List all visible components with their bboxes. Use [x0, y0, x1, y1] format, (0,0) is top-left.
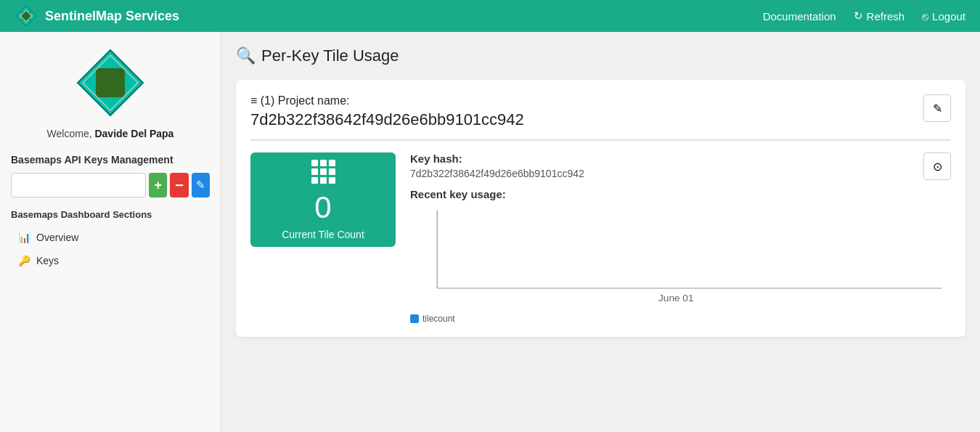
grid-dot: [311, 160, 318, 166]
key-hash-section: Key hash: 7d2b322f38642f49d26e6bb9101cc9…: [410, 152, 584, 188]
project-header: ≡ (1) Project name: 7d2b322f38642f49d26e…: [250, 94, 951, 141]
key-hash-label: Key hash:: [410, 152, 584, 165]
remove-key-button[interactable]: −: [170, 173, 188, 197]
key-info: Key hash: 7d2b322f38642f49d26e6bb9101cc9…: [410, 152, 951, 322]
sidebar-logo: [74, 46, 147, 119]
navbar-brand: SentinelMap Services: [15, 4, 763, 28]
brand-logo: [15, 4, 38, 28]
grid-dot: [320, 160, 327, 166]
logout-icon: ⎋: [922, 10, 928, 23]
key-info-header: Key hash: 7d2b322f38642f49d26e6bb9101cc9…: [410, 152, 951, 188]
key-hash-value: 7d2b322f38642f49d26e6bb9101cc942: [410, 168, 584, 179]
edit-icon: ✎: [933, 102, 942, 115]
sidebar-item-keys-label: Keys: [36, 255, 59, 266]
grid-dot: [311, 168, 318, 175]
tile-count-label: Current Tile Count: [282, 229, 364, 240]
grid-dot: [320, 168, 327, 175]
refresh-icon: ↻: [854, 9, 863, 23]
key-search-icon: 🔍: [236, 46, 256, 65]
key-input[interactable]: [11, 173, 146, 197]
navbar: SentinelMap Services Documentation ↻ Ref…: [0, 0, 980, 32]
legend-color-tilecount: [410, 314, 419, 323]
grid-icon: [311, 160, 335, 184]
tile-count-value: 0: [314, 192, 331, 223]
edit-key-button[interactable]: ✎: [192, 173, 210, 197]
grid-dot: [320, 177, 327, 184]
grid-dot: [329, 177, 335, 184]
project-card: ≡ (1) Project name: 7d2b322f38642f49d26e…: [236, 80, 965, 337]
svg-text:June 01: June 01: [658, 293, 694, 303]
recent-usage-label: Recent key usage:: [410, 188, 951, 200]
nav-logout-btn[interactable]: ⎋ Logout: [922, 10, 965, 23]
page-title: 🔍 Per-Key Tile Usage: [236, 46, 965, 65]
sidebar: Welcome, Davide Del Papa Basemaps API Ke…: [0, 32, 221, 432]
layout: Welcome, Davide Del Papa Basemaps API Ke…: [0, 32, 980, 432]
chart-area: June 01 tilecount: [410, 206, 951, 322]
nav-refresh-btn[interactable]: ↻ Refresh: [854, 9, 905, 23]
sidebar-nav: 📊 Overview 🔑 Keys: [11, 227, 210, 271]
project-key-value: 7d2b322f38642f49d26e6bb9101cc942: [250, 110, 524, 129]
copy-icon: ⊙: [933, 160, 942, 174]
copy-key-button[interactable]: ⊙: [923, 152, 951, 180]
grid-dot: [329, 168, 335, 175]
project-name-section: ≡ (1) Project name: 7d2b322f38642f49d26e…: [250, 94, 524, 129]
main-content: 🔍 Per-Key Tile Usage ≡ (1) Project name:…: [221, 32, 980, 432]
project-edit-button[interactable]: ✎: [923, 94, 951, 122]
chart-legend: tilecount: [410, 314, 951, 324]
usage-chart: June 01: [410, 206, 951, 308]
key-icon: 🔑: [18, 255, 30, 266]
navbar-links: Documentation ↻ Refresh ⎋ Logout: [763, 9, 965, 23]
key-controls: + − ✎: [11, 173, 210, 197]
welcome-text: Welcome, Davide Del Papa: [47, 128, 174, 139]
nav-documentation[interactable]: Documentation: [763, 10, 836, 23]
brand-name: SentinelMap Services: [45, 9, 179, 24]
add-key-button[interactable]: +: [149, 173, 167, 197]
dashboard-sections-title: Basemaps Dashboard Sections: [11, 209, 210, 220]
api-keys-section-title: Basemaps API Keys Management: [11, 154, 210, 166]
sidebar-item-overview-label: Overview: [36, 232, 78, 243]
sidebar-item-keys[interactable]: 🔑 Keys: [11, 250, 210, 271]
svg-rect-4: [96, 68, 125, 97]
tile-count-box: 0 Current Tile Count: [250, 152, 396, 247]
grid-dot: [329, 160, 335, 166]
sidebar-item-overview[interactable]: 📊 Overview: [11, 227, 210, 248]
key-details: 0 Current Tile Count Key hash: 7d2b322f3…: [250, 152, 951, 322]
legend-label-tilecount: tilecount: [422, 314, 455, 324]
grid-dot: [311, 177, 318, 184]
chart-icon: 📊: [18, 232, 30, 243]
project-label: ≡ (1) Project name:: [250, 94, 524, 107]
